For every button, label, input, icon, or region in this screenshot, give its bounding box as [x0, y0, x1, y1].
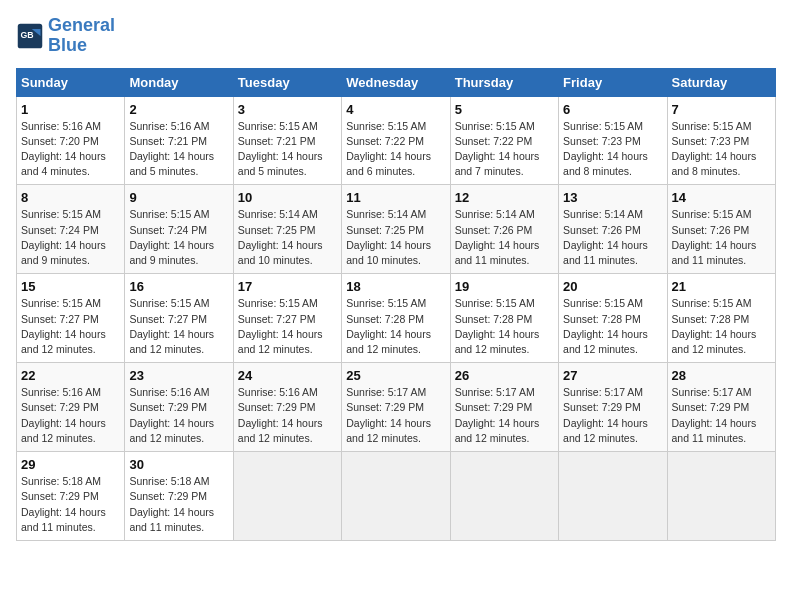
day-detail: Sunrise: 5:18 AMSunset: 7:29 PMDaylight:… [129, 474, 228, 535]
day-detail: Sunrise: 5:16 AMSunset: 7:21 PMDaylight:… [129, 119, 228, 180]
calendar-cell: 22Sunrise: 5:16 AMSunset: 7:29 PMDayligh… [17, 363, 125, 452]
calendar-cell: 15Sunrise: 5:15 AMSunset: 7:27 PMDayligh… [17, 274, 125, 363]
day-number: 8 [21, 190, 120, 205]
day-detail: Sunrise: 5:14 AMSunset: 7:25 PMDaylight:… [346, 207, 445, 268]
calendar-cell: 21Sunrise: 5:15 AMSunset: 7:28 PMDayligh… [667, 274, 775, 363]
day-number: 5 [455, 102, 554, 117]
day-detail: Sunrise: 5:15 AMSunset: 7:27 PMDaylight:… [238, 296, 337, 357]
day-number: 14 [672, 190, 771, 205]
day-detail: Sunrise: 5:15 AMSunset: 7:23 PMDaylight:… [672, 119, 771, 180]
calendar-cell: 29Sunrise: 5:18 AMSunset: 7:29 PMDayligh… [17, 452, 125, 541]
day-number: 11 [346, 190, 445, 205]
day-number: 13 [563, 190, 662, 205]
day-number: 4 [346, 102, 445, 117]
day-detail: Sunrise: 5:15 AMSunset: 7:28 PMDaylight:… [346, 296, 445, 357]
calendar-cell: 10Sunrise: 5:14 AMSunset: 7:25 PMDayligh… [233, 185, 341, 274]
calendar-cell: 28Sunrise: 5:17 AMSunset: 7:29 PMDayligh… [667, 363, 775, 452]
day-number: 29 [21, 457, 120, 472]
col-header-saturday: Saturday [667, 68, 775, 96]
day-detail: Sunrise: 5:16 AMSunset: 7:29 PMDaylight:… [129, 385, 228, 446]
day-number: 10 [238, 190, 337, 205]
day-number: 18 [346, 279, 445, 294]
calendar-cell [667, 452, 775, 541]
calendar-cell [450, 452, 558, 541]
calendar-cell: 5Sunrise: 5:15 AMSunset: 7:22 PMDaylight… [450, 96, 558, 185]
week-row-1: 1Sunrise: 5:16 AMSunset: 7:20 PMDaylight… [17, 96, 776, 185]
day-number: 19 [455, 279, 554, 294]
day-detail: Sunrise: 5:15 AMSunset: 7:26 PMDaylight:… [672, 207, 771, 268]
day-number: 30 [129, 457, 228, 472]
day-detail: Sunrise: 5:17 AMSunset: 7:29 PMDaylight:… [455, 385, 554, 446]
week-row-4: 22Sunrise: 5:16 AMSunset: 7:29 PMDayligh… [17, 363, 776, 452]
calendar-cell: 12Sunrise: 5:14 AMSunset: 7:26 PMDayligh… [450, 185, 558, 274]
day-number: 22 [21, 368, 120, 383]
day-number: 28 [672, 368, 771, 383]
day-detail: Sunrise: 5:15 AMSunset: 7:24 PMDaylight:… [21, 207, 120, 268]
day-number: 15 [21, 279, 120, 294]
day-number: 7 [672, 102, 771, 117]
col-header-wednesday: Wednesday [342, 68, 450, 96]
day-number: 20 [563, 279, 662, 294]
day-detail: Sunrise: 5:15 AMSunset: 7:22 PMDaylight:… [346, 119, 445, 180]
col-header-friday: Friday [559, 68, 667, 96]
calendar-cell: 3Sunrise: 5:15 AMSunset: 7:21 PMDaylight… [233, 96, 341, 185]
week-row-3: 15Sunrise: 5:15 AMSunset: 7:27 PMDayligh… [17, 274, 776, 363]
logo: GB GeneralBlue [16, 16, 115, 56]
calendar-cell: 6Sunrise: 5:15 AMSunset: 7:23 PMDaylight… [559, 96, 667, 185]
day-detail: Sunrise: 5:15 AMSunset: 7:23 PMDaylight:… [563, 119, 662, 180]
col-header-monday: Monday [125, 68, 233, 96]
calendar-cell [342, 452, 450, 541]
calendar-cell: 4Sunrise: 5:15 AMSunset: 7:22 PMDaylight… [342, 96, 450, 185]
day-number: 16 [129, 279, 228, 294]
calendar-cell: 8Sunrise: 5:15 AMSunset: 7:24 PMDaylight… [17, 185, 125, 274]
calendar-cell: 17Sunrise: 5:15 AMSunset: 7:27 PMDayligh… [233, 274, 341, 363]
calendar-table: SundayMondayTuesdayWednesdayThursdayFrid… [16, 68, 776, 541]
day-detail: Sunrise: 5:15 AMSunset: 7:27 PMDaylight:… [129, 296, 228, 357]
day-number: 21 [672, 279, 771, 294]
day-detail: Sunrise: 5:16 AMSunset: 7:29 PMDaylight:… [21, 385, 120, 446]
calendar-cell: 2Sunrise: 5:16 AMSunset: 7:21 PMDaylight… [125, 96, 233, 185]
calendar-header-row: SundayMondayTuesdayWednesdayThursdayFrid… [17, 68, 776, 96]
day-number: 27 [563, 368, 662, 383]
calendar-cell: 20Sunrise: 5:15 AMSunset: 7:28 PMDayligh… [559, 274, 667, 363]
day-number: 23 [129, 368, 228, 383]
day-detail: Sunrise: 5:15 AMSunset: 7:28 PMDaylight:… [455, 296, 554, 357]
day-detail: Sunrise: 5:15 AMSunset: 7:22 PMDaylight:… [455, 119, 554, 180]
day-detail: Sunrise: 5:14 AMSunset: 7:26 PMDaylight:… [563, 207, 662, 268]
day-number: 12 [455, 190, 554, 205]
calendar-cell: 26Sunrise: 5:17 AMSunset: 7:29 PMDayligh… [450, 363, 558, 452]
calendar-cell [233, 452, 341, 541]
day-detail: Sunrise: 5:16 AMSunset: 7:29 PMDaylight:… [238, 385, 337, 446]
day-number: 1 [21, 102, 120, 117]
week-row-2: 8Sunrise: 5:15 AMSunset: 7:24 PMDaylight… [17, 185, 776, 274]
day-detail: Sunrise: 5:17 AMSunset: 7:29 PMDaylight:… [563, 385, 662, 446]
day-number: 9 [129, 190, 228, 205]
page-header: GB GeneralBlue [16, 16, 776, 56]
calendar-cell: 30Sunrise: 5:18 AMSunset: 7:29 PMDayligh… [125, 452, 233, 541]
calendar-cell: 1Sunrise: 5:16 AMSunset: 7:20 PMDaylight… [17, 96, 125, 185]
day-number: 17 [238, 279, 337, 294]
day-number: 26 [455, 368, 554, 383]
calendar-cell [559, 452, 667, 541]
calendar-cell: 27Sunrise: 5:17 AMSunset: 7:29 PMDayligh… [559, 363, 667, 452]
day-detail: Sunrise: 5:15 AMSunset: 7:28 PMDaylight:… [563, 296, 662, 357]
calendar-cell: 9Sunrise: 5:15 AMSunset: 7:24 PMDaylight… [125, 185, 233, 274]
day-detail: Sunrise: 5:14 AMSunset: 7:25 PMDaylight:… [238, 207, 337, 268]
day-detail: Sunrise: 5:15 AMSunset: 7:27 PMDaylight:… [21, 296, 120, 357]
day-number: 25 [346, 368, 445, 383]
day-number: 3 [238, 102, 337, 117]
calendar-cell: 24Sunrise: 5:16 AMSunset: 7:29 PMDayligh… [233, 363, 341, 452]
day-number: 24 [238, 368, 337, 383]
calendar-cell: 19Sunrise: 5:15 AMSunset: 7:28 PMDayligh… [450, 274, 558, 363]
calendar-cell: 14Sunrise: 5:15 AMSunset: 7:26 PMDayligh… [667, 185, 775, 274]
calendar-cell: 18Sunrise: 5:15 AMSunset: 7:28 PMDayligh… [342, 274, 450, 363]
logo-text: GeneralBlue [48, 16, 115, 56]
calendar-cell: 25Sunrise: 5:17 AMSunset: 7:29 PMDayligh… [342, 363, 450, 452]
calendar-cell: 23Sunrise: 5:16 AMSunset: 7:29 PMDayligh… [125, 363, 233, 452]
calendar-cell: 16Sunrise: 5:15 AMSunset: 7:27 PMDayligh… [125, 274, 233, 363]
day-detail: Sunrise: 5:15 AMSunset: 7:24 PMDaylight:… [129, 207, 228, 268]
col-header-thursday: Thursday [450, 68, 558, 96]
col-header-sunday: Sunday [17, 68, 125, 96]
day-number: 2 [129, 102, 228, 117]
week-row-5: 29Sunrise: 5:18 AMSunset: 7:29 PMDayligh… [17, 452, 776, 541]
